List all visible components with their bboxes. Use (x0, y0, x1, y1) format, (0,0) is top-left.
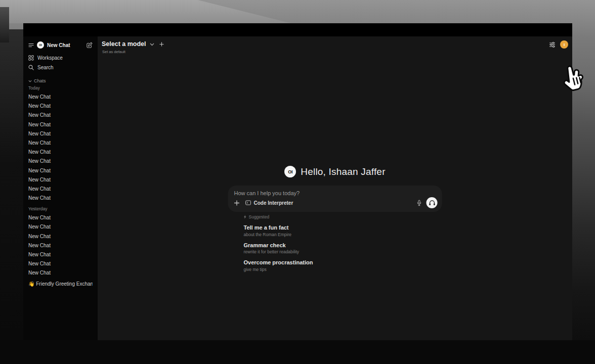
chat-list-item[interactable]: New Chat (28, 175, 93, 185)
bolt-icon (244, 215, 247, 219)
model-selector[interactable]: Select a model (102, 40, 164, 48)
chat-list-item[interactable]: New Chat (28, 268, 93, 278)
chat-list-item-named[interactable]: 👋 Friendly Greeting Exchange (28, 280, 93, 289)
new-chat-icon[interactable] (87, 42, 93, 48)
chat-list-item[interactable]: New Chat (28, 129, 93, 139)
sidebar-item-workspace[interactable]: Workspace (28, 53, 93, 63)
controls-sliders-icon[interactable] (549, 41, 556, 48)
sidebar-item-label: Workspace (37, 55, 63, 61)
chat-list-item[interactable]: New Chat (28, 157, 93, 166)
chat-group-label-yesterday: Yesterday (28, 206, 93, 211)
suggested-label-row: Suggested (244, 214, 442, 219)
chat-list-item[interactable]: New Chat (28, 111, 93, 120)
chats-section-label: Chats (34, 78, 46, 83)
composer-right-actions (417, 197, 438, 208)
sidebar-title: New Chat (47, 42, 70, 48)
chat-list-item[interactable]: New Chat (28, 232, 93, 241)
greeting-text: Hello, Ishaan Jaffer (301, 166, 385, 177)
composer-actions: Code Interpreter (234, 197, 438, 208)
topbar-right: I (549, 40, 568, 49)
chat-list-yesterday: New ChatNew ChatNew ChatNew ChatNew Chat… (28, 213, 93, 278)
sidebar-item-search[interactable]: Search (28, 63, 93, 72)
chat-list-item[interactable]: New Chat (28, 102, 93, 111)
message-composer[interactable]: Code Interpreter (228, 186, 442, 212)
code-interpreter-icon (245, 200, 251, 205)
desktop: OI New Chat (0, 0, 595, 364)
app-body: OI New Chat (23, 36, 572, 340)
wallpaper-left-strip (0, 29, 23, 364)
chats-section-toggle[interactable]: Chats (28, 77, 93, 84)
suggested-prompt-title: Overcome procrastination (244, 259, 442, 265)
sidebar: OI New Chat (23, 36, 98, 340)
model-selector-label: Select a model (102, 40, 146, 48)
suggested-prompt[interactable]: Tell me a fun fact about the Roman Empir… (244, 224, 442, 237)
sidebar-toggle-icon[interactable] (28, 43, 34, 48)
window-titlebar (23, 23, 572, 36)
sidebar-item-label: Search (37, 65, 54, 70)
chat-list-item[interactable]: New Chat (28, 213, 93, 222)
chat-list-item[interactable]: New Chat (28, 185, 93, 194)
workspace-grid-icon (28, 55, 34, 61)
suggested-prompts: Suggested Tell me a fun fact about the R… (228, 214, 442, 272)
app-window: OI New Chat (23, 23, 572, 340)
message-input[interactable] (234, 190, 436, 196)
chat-list-item[interactable]: New Chat (28, 120, 93, 129)
suggested-prompt[interactable]: Overcome procrastination give me tips (244, 259, 442, 272)
chat-list-item[interactable]: New Chat (28, 222, 93, 232)
chat-list-item[interactable]: New Chat (28, 194, 93, 203)
suggested-prompt-title: Tell me a fun fact (244, 224, 442, 231)
set-as-default-button[interactable]: Set as default (102, 50, 125, 54)
mouse-cursor-hand (560, 64, 586, 94)
suggested-list: Tell me a fun fact about the Roman Empir… (244, 224, 442, 272)
sidebar-header: OI New Chat (28, 40, 93, 50)
chat-group-label-today: Today (28, 85, 93, 90)
wallpaper-wedge (0, 7, 9, 42)
attach-plus-icon[interactable] (234, 200, 240, 206)
suggested-label: Suggested (249, 214, 270, 219)
main-pane: Select a model Set as default (98, 36, 572, 340)
chat-list-item[interactable]: New Chat (28, 139, 93, 148)
openwebui-logo: OI (37, 41, 44, 49)
user-avatar[interactable]: I (560, 40, 568, 49)
code-interpreter-label: Code Interpreter (254, 200, 293, 206)
suggested-prompt-subtitle: give me tips (244, 267, 442, 272)
chevron-down-icon (150, 43, 154, 46)
chat-list-item[interactable]: New Chat (28, 148, 93, 157)
search-icon (28, 65, 34, 70)
wallpaper-bottom-strip (0, 340, 595, 364)
wallpaper-shape (0, 0, 291, 23)
chat-list-item[interactable]: New Chat (28, 259, 93, 268)
add-model-icon[interactable] (159, 42, 164, 47)
chat-list-item[interactable]: New Chat (28, 250, 93, 259)
chat-list-item[interactable]: New Chat (28, 166, 93, 175)
chat-list-today: New ChatNew ChatNew ChatNew ChatNew Chat… (28, 93, 93, 203)
chat-list-item[interactable]: New Chat (28, 93, 93, 102)
chevron-down-icon (28, 80, 32, 82)
suggested-prompt-subtitle: rewrite it for better readability (244, 249, 442, 254)
greeting-row: OI Hello, Ishaan Jaffer (98, 166, 572, 177)
suggested-prompt[interactable]: Grammar check rewrite it for better read… (244, 242, 442, 255)
suggested-prompt-title: Grammar check (244, 242, 442, 248)
microphone-icon[interactable] (417, 200, 422, 206)
voice-call-button[interactable] (427, 197, 438, 208)
chat-list-item[interactable]: New Chat (28, 241, 93, 250)
suggested-prompt-subtitle: about the Roman Empire (244, 232, 442, 237)
code-interpreter-toggle[interactable]: Code Interpreter (245, 200, 293, 206)
openwebui-logo: OI (284, 166, 296, 177)
